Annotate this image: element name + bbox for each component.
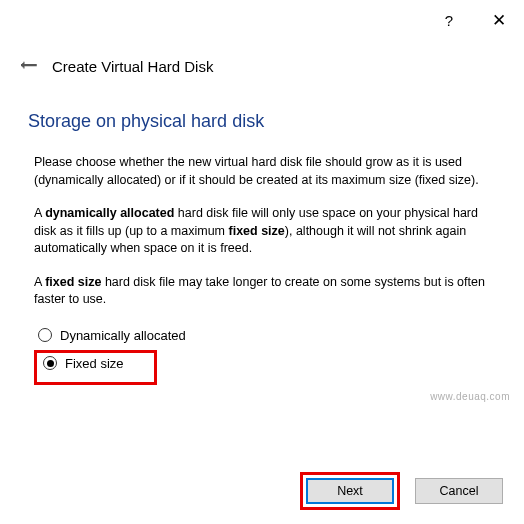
intro-paragraph: Please choose whether the new virtual ha… (28, 154, 496, 189)
button-wrap: Cancel (412, 472, 506, 510)
storage-type-radio-group: Dynamically allocated Fixed size (28, 325, 496, 385)
dynamic-paragraph: A dynamically allocated hard disk file w… (28, 205, 496, 258)
wizard-content: Storage on physical hard disk Please cho… (0, 77, 524, 385)
text: A (34, 206, 45, 220)
text: hard disk file may take longer to create… (34, 275, 485, 307)
window-title: Create Virtual Hard Disk (52, 58, 213, 75)
title-bar: ? ✕ (0, 0, 524, 34)
next-button[interactable]: Next (306, 478, 394, 504)
close-icon[interactable]: ✕ (488, 10, 510, 31)
radio-selected-icon (47, 360, 54, 367)
radio-icon (43, 356, 57, 370)
page-title: Storage on physical hard disk (28, 111, 496, 132)
radio-dynamically-allocated[interactable]: Dynamically allocated (34, 325, 496, 346)
radio-label: Fixed size (65, 356, 124, 371)
text-bold: dynamically allocated (45, 206, 174, 220)
wizard-header: 🠔 Create Virtual Hard Disk (0, 34, 524, 77)
watermark-text: www.deuaq.com (430, 391, 510, 402)
help-icon[interactable]: ? (438, 12, 460, 29)
text-bold: fixed size (229, 224, 285, 238)
text-bold: fixed size (45, 275, 101, 289)
text: A (34, 275, 45, 289)
fixed-paragraph: A fixed size hard disk file may take lon… (28, 274, 496, 309)
back-arrow-icon[interactable]: 🠔 (20, 56, 38, 77)
radio-label: Dynamically allocated (60, 328, 186, 343)
highlight-annotation: Fixed size (34, 350, 157, 385)
cancel-button[interactable]: Cancel (415, 478, 503, 504)
radio-fixed-size[interactable]: Fixed size (39, 353, 128, 374)
wizard-button-bar: Next Cancel (300, 472, 506, 510)
radio-icon (38, 328, 52, 342)
highlight-annotation: Next (300, 472, 400, 510)
